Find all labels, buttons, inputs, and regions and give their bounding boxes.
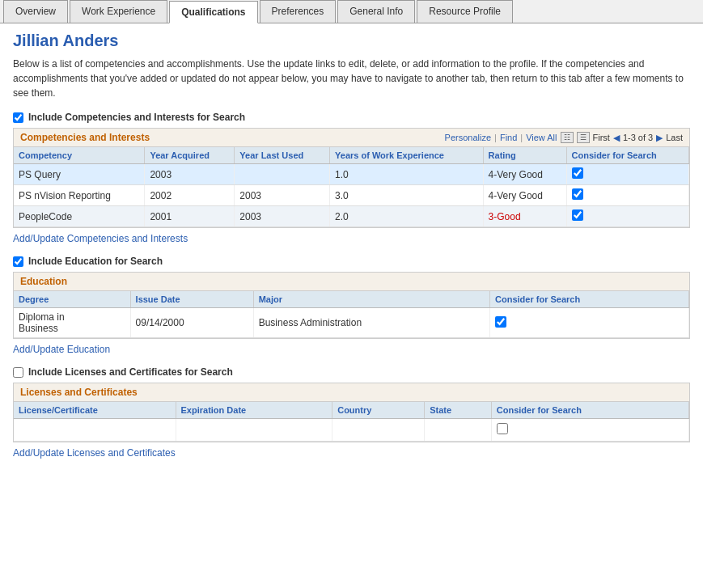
tab-overview[interactable]: Overview (3, 0, 68, 23)
col-rating: Rating (483, 147, 566, 164)
add-update-licenses-link[interactable]: Add/Update Licenses and Certificates (13, 447, 690, 459)
years-exp: 2.0 (330, 206, 484, 227)
year-acquired: 2001 (145, 206, 235, 227)
col-state: State (425, 402, 492, 419)
tab-work-experience[interactable]: Work Experience (70, 0, 167, 23)
year-last-used: 2003 (235, 185, 330, 206)
licenses-table-wrapper: Licenses and Certificates License/Certif… (13, 383, 690, 442)
consider (566, 206, 688, 227)
education-section: Include Education for Search Education D… (13, 256, 690, 355)
col-expiration-date: Expiration Date (176, 402, 332, 419)
consider (566, 185, 688, 206)
col-year-acquired: Year Acquired (145, 147, 235, 164)
tab-preferences[interactable]: Preferences (260, 0, 337, 23)
state (425, 419, 492, 442)
year-last-used: 2003 (235, 206, 330, 227)
tab-general-info[interactable]: General Info (337, 0, 415, 23)
competencies-table: Competency Year Acquired Year Last Used … (14, 147, 689, 227)
years-exp: 1.0 (330, 164, 484, 185)
col-years-work-exp: Years of Work Experience (330, 147, 484, 164)
rating: 4-Very Good (483, 185, 566, 206)
competencies-include-label: Include Competencies and Interests for S… (28, 112, 245, 123)
education-section-title: Education (20, 276, 67, 287)
comp-next-arrow[interactable]: ▶ (656, 133, 663, 143)
personalize-link[interactable]: Personalize (445, 133, 491, 142)
year-last-used (235, 164, 330, 185)
comp-pagination: 1-3 of 3 (623, 133, 653, 142)
col-degree: Degree (14, 291, 130, 308)
col-major: Major (253, 291, 489, 308)
add-update-competencies-link[interactable]: Add/Update Competencies and Interests (13, 233, 690, 244)
add-update-education-link[interactable]: Add/Update Education (13, 344, 690, 355)
consider (566, 164, 688, 185)
education-include-label: Include Education for Search (28, 256, 163, 267)
education-header-row: Degree Issue Date Major Consider for Sea… (14, 291, 689, 308)
table-row: PS nVision Reporting 2002 2003 3.0 4-Ver… (14, 185, 689, 206)
page-description: Below is a list of competencies and acco… (13, 57, 690, 100)
competencies-table-wrapper: Competencies and Interests Personalize |… (13, 128, 690, 228)
issue-date: 09/14/2000 (130, 308, 253, 338)
table-row: PS Query 2003 1.0 4-Very Good (14, 164, 689, 185)
year-acquired: 2002 (145, 185, 235, 206)
education-include-check-label: Include Education for Search (13, 256, 690, 267)
license-name (14, 419, 176, 442)
col-consider-search: Consider for Search (566, 147, 688, 164)
competencies-include-checkbox[interactable] (13, 112, 23, 123)
col-license: License/Certificate (14, 402, 176, 419)
tab-resource-profile[interactable]: Resource Profile (417, 0, 513, 23)
table-row: Diploma inBusiness 09/14/2000 Business A… (14, 308, 689, 338)
year-acquired: 2003 (145, 164, 235, 185)
country (332, 419, 425, 442)
education-section-header: Education (14, 273, 689, 291)
comp-last-label: Last (666, 133, 683, 142)
competency-name: PS nVision Reporting (14, 185, 145, 206)
col-edu-consider: Consider for Search (490, 291, 689, 308)
licenses-include-checkbox[interactable] (13, 367, 23, 378)
education-table: Degree Issue Date Major Consider for Sea… (14, 291, 689, 338)
competency-name: PS Query (14, 164, 145, 185)
sep1: | (494, 133, 497, 142)
licenses-include-label: Include Licenses and Certificates for Se… (28, 366, 233, 378)
rating: 3-Good (483, 206, 566, 227)
lic-consider (491, 419, 688, 442)
licenses-header-row: License/Certificate Expiration Date Coun… (14, 402, 689, 419)
tab-bar: Overview Work Experience Qualifications … (0, 0, 703, 23)
icon-grid1[interactable]: ☷ (561, 132, 574, 143)
licenses-section-header: Licenses and Certificates (14, 383, 689, 402)
competencies-section: Include Competencies and Interests for S… (13, 112, 690, 244)
competencies-header-row: Competency Year Acquired Year Last Used … (14, 147, 689, 164)
degree: Diploma inBusiness (14, 308, 130, 338)
rating: 4-Very Good (483, 164, 566, 185)
competencies-header-controls: Personalize | Find | View All ☷ ☰ First … (445, 132, 683, 143)
major: Business Administration (253, 308, 489, 338)
education-include-checkbox[interactable] (13, 256, 23, 267)
col-year-last-used: Year Last Used (235, 147, 330, 164)
licenses-table: License/Certificate Expiration Date Coun… (14, 402, 689, 442)
table-row: PeopleCode 2001 2003 2.0 3-Good (14, 206, 689, 227)
sep2: | (520, 133, 523, 142)
competency-name: PeopleCode (14, 206, 145, 227)
icon-grid2[interactable]: ☰ (577, 132, 590, 143)
find-link[interactable]: Find (500, 133, 517, 142)
competencies-section-title: Competencies and Interests (20, 132, 150, 143)
comp-first-label: First (593, 133, 610, 142)
expiration-date (176, 419, 332, 442)
licenses-section-title: Licenses and Certificates (20, 387, 138, 398)
years-exp: 3.0 (330, 185, 484, 206)
education-table-wrapper: Education Degree Issue Date Major Consid… (13, 272, 690, 339)
tab-qualifications[interactable]: Qualifications (169, 1, 257, 23)
licenses-section: Include Licenses and Certificates for Se… (13, 366, 690, 459)
page-title: Jillian Anders (13, 32, 690, 50)
col-country: Country (332, 402, 425, 419)
col-competency: Competency (14, 147, 145, 164)
edu-consider (490, 308, 689, 338)
competencies-section-header: Competencies and Interests Personalize |… (14, 129, 689, 147)
licenses-include-check-label: Include Licenses and Certificates for Se… (13, 366, 690, 378)
comp-prev-arrow[interactable]: ◀ (613, 133, 620, 143)
table-row (14, 419, 689, 442)
competencies-include-check-label: Include Competencies and Interests for S… (13, 112, 690, 123)
viewall-link[interactable]: View All (526, 133, 557, 142)
col-issue-date: Issue Date (130, 291, 253, 308)
col-lic-consider: Consider for Search (491, 402, 688, 419)
